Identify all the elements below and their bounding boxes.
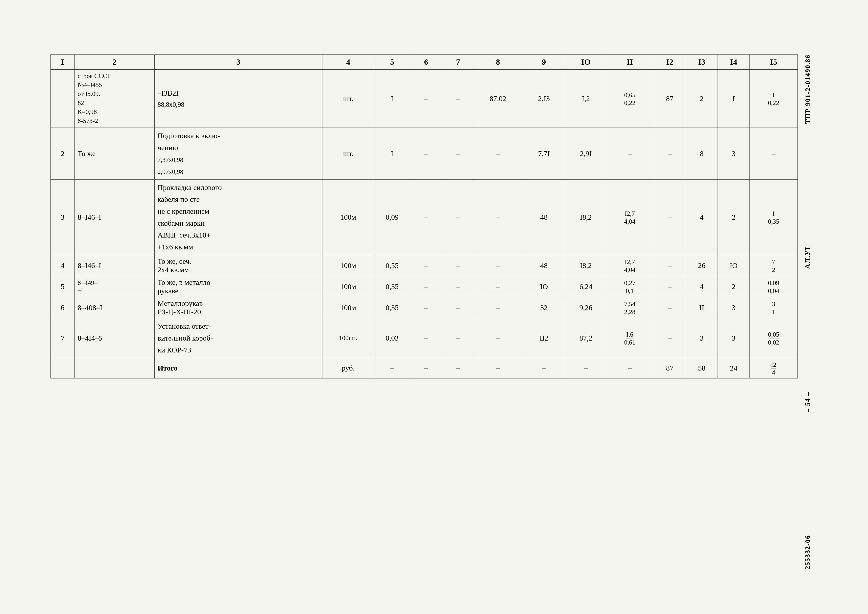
row2-num: 2 [51, 127, 75, 179]
table-row: строя СССР№4–I455от I5.09.82К=0,988-573-… [51, 69, 798, 128]
col-header-14: I4 [718, 55, 749, 69]
col-header-6: 6 [410, 55, 442, 69]
total-col14: 24 [718, 358, 749, 378]
row6-col6: – [410, 297, 442, 318]
row6-denominator-15: 1 [772, 308, 775, 316]
row3-col7: – [442, 179, 474, 255]
row5-col6: – [410, 276, 442, 297]
row7-fraction-15: 0,05 0,02 [768, 331, 780, 346]
row5-col13: 4 [686, 276, 718, 297]
row3-unit: 100м [322, 179, 374, 255]
row2-col13: 8 [686, 127, 718, 179]
table-row: 5 8 –I49––I То же, в металло-рукаве 100м… [51, 276, 798, 297]
row3-col12: – [654, 179, 686, 255]
row4-desc: То же, сеч.2х4 кв.мм [154, 255, 322, 276]
row6-denominator-11: 2,28 [624, 308, 636, 316]
page: I 2 3 4 5 6 7 8 9 IO II I2 I3 I4 [0, 0, 868, 614]
row7-fraction-11: I,6 0,61 [624, 331, 636, 346]
total-col15: I2 4 [750, 358, 798, 378]
row4-col6: – [410, 255, 442, 276]
table-row: 3 8–I46–I Прокладка силовогокабеля по ст… [51, 179, 798, 255]
row4-col12: – [654, 255, 686, 276]
row7-col5: 0,03 [374, 318, 410, 358]
row4-fraction-15: 7 2 [772, 259, 775, 274]
row2-code: То же [74, 127, 154, 179]
row3-code: 8–I46–I [74, 179, 154, 255]
row1-denominator-15: 0,22 [768, 99, 780, 107]
row4-col9: 48 [522, 255, 566, 276]
row7-denominator-11: 0,61 [624, 339, 636, 346]
row1-col15: I 0,22 [750, 69, 798, 128]
side-label-dash: – 54 – [804, 392, 812, 412]
col-header-8: 8 [474, 55, 522, 69]
row3-denominator-11: 4,04 [624, 218, 636, 225]
row1-fraction-11: 0,65 0,22 [624, 92, 636, 107]
row2-col12: – [654, 127, 686, 179]
row1-col9: 2,I3 [522, 69, 566, 128]
row4-code: 8–I46–I [74, 255, 154, 276]
row5-denominator-15: 0,04 [768, 287, 780, 295]
col-header-7: 7 [442, 55, 474, 69]
row7-col10: 87,2 [566, 318, 606, 358]
row6-num: 6 [51, 297, 75, 318]
row3-col11: I2,7 4,04 [606, 179, 654, 255]
row4-denominator-15: 2 [772, 266, 775, 274]
row3-desc: Прокладка силовогокабеля по сте-не с кре… [154, 179, 322, 255]
col-header-9: 9 [522, 55, 566, 69]
row1-col6: – [410, 69, 442, 128]
col-header-12: I2 [654, 55, 686, 69]
row4-col8: – [474, 255, 522, 276]
row4-col13: 26 [686, 255, 718, 276]
row5-desc: То же, в металло-рукаве [154, 276, 322, 297]
total-col10: – [566, 358, 606, 378]
row5-code: 8 –I49––I [74, 276, 154, 297]
row1-col7: – [442, 69, 474, 128]
row6-code: 8–408–I [74, 297, 154, 318]
col-header-5: 5 [374, 55, 410, 69]
row3-col15: I 0,35 [750, 179, 798, 255]
row5-col7: – [442, 276, 474, 297]
row2-col5: I [374, 127, 410, 179]
col-header-11: II [606, 55, 654, 69]
total-numerator-15: I2 [771, 361, 777, 369]
row1-numerator-11: 0,65 [624, 92, 636, 99]
row5-denominator-11: 0,1 [626, 287, 634, 295]
total-col13: 58 [686, 358, 718, 378]
row6-col5: 0,35 [374, 297, 410, 318]
col-header-2: 2 [74, 55, 154, 69]
row6-fraction-11: 7,54 2,28 [624, 301, 636, 316]
row6-desc: МеталлорукавРЗ-Ц-Х-Ш-20 [154, 297, 322, 318]
total-col5: – [374, 358, 410, 378]
row7-col11: I,6 0,61 [606, 318, 654, 358]
row6-fraction-15: 3 1 [772, 301, 775, 316]
row4-unit: 100м [322, 255, 374, 276]
row1-numerator-15: I [772, 92, 775, 99]
row2-unit: шт. [322, 127, 374, 179]
row2-col8: – [474, 127, 522, 179]
row6-col9: 32 [522, 297, 566, 318]
row2-col15: – [750, 127, 798, 179]
total-unit: руб. [322, 358, 374, 378]
content-area: I 2 3 4 5 6 7 8 9 IO II I2 I3 I4 [51, 35, 817, 580]
row1-col8: 87,02 [474, 69, 522, 128]
row3-denominator-15: 0,35 [768, 218, 780, 225]
row2-col14: 3 [718, 127, 749, 179]
total-col6: – [410, 358, 442, 378]
row5-col14: 2 [718, 276, 749, 297]
row7-col9: II2 [522, 318, 566, 358]
row4-col10: I8,2 [566, 255, 606, 276]
table-row: 4 8–I46–I То же, сеч.2х4 кв.мм 100м 0,55… [51, 255, 798, 276]
row7-numerator-15: 0,05 [768, 331, 780, 339]
total-col9: – [522, 358, 566, 378]
table-header-row: I 2 3 4 5 6 7 8 9 IO II I2 I3 I4 [51, 55, 798, 69]
row2-desc: Подготовка к вклю-чению 7,37х0,98 2,97х0… [154, 127, 322, 179]
total-col7: – [442, 358, 474, 378]
row6-col8: – [474, 297, 522, 318]
row3-col14: 2 [718, 179, 749, 255]
row3-col5: 0,09 [374, 179, 410, 255]
side-label-al: АЛ.УI [804, 247, 812, 269]
row6-col15: 3 1 [750, 297, 798, 318]
row6-col14: 3 [718, 297, 749, 318]
row4-denominator-11: 4,04 [624, 266, 636, 274]
row4-col15: 7 2 [750, 255, 798, 276]
